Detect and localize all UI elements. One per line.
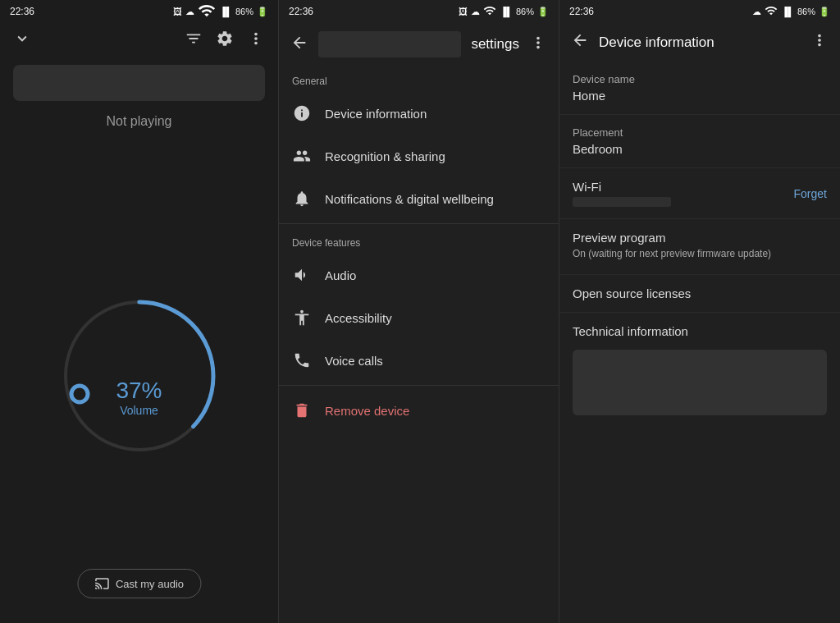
filter-icon[interactable]	[185, 30, 203, 52]
status-bar-1: 22:36 🖼 ☁ ▐▌ 86% 🔋	[0, 0, 278, 23]
device-name-label: Device name	[573, 73, 827, 85]
forget-button[interactable]: Forget	[794, 187, 827, 200]
wifi-value-blurred	[573, 197, 671, 207]
general-section-label: General	[279, 66, 559, 92]
status-icons-1: 🖼 ☁ ▐▌ 86% 🔋	[173, 2, 268, 21]
menu-item-recognition[interactable]: Recognition & sharing	[279, 135, 559, 177]
more-vert-icon-1[interactable]	[247, 30, 265, 52]
menu-item-remove[interactable]: Remove device	[279, 389, 559, 432]
delete-icon	[292, 401, 312, 420]
cast-button[interactable]: Cast my audio	[77, 569, 201, 598]
cloud-icon-2: ☁	[471, 7, 480, 17]
technical-info-title: Technical information	[559, 313, 840, 350]
back-button-2[interactable]	[290, 34, 308, 56]
more-vert-icon-3[interactable]	[810, 31, 829, 53]
preview-program-row[interactable]: Preview program On (waiting for next pre…	[559, 219, 840, 275]
cast-label: Cast my audio	[116, 578, 184, 590]
cloud-icon-3: ☁	[752, 7, 761, 17]
bell-icon	[292, 189, 312, 208]
menu-item-device-info[interactable]: Device information	[279, 92, 559, 135]
preview-program-value: On (waiting for next preview firmware up…	[573, 248, 827, 259]
device-info-title: Device information	[599, 34, 801, 51]
volume-container: 37% Volume	[0, 129, 278, 623]
time-2: 22:36	[289, 6, 313, 17]
status-bar-3: 22:36 ☁ ▐▌ 86% 🔋	[559, 0, 840, 23]
time-1: 22:36	[10, 6, 34, 17]
placement-row[interactable]: Placement Bedroom	[559, 115, 840, 168]
wifi-icon-1	[198, 2, 216, 21]
open-source-row[interactable]: Open source licenses	[559, 275, 840, 313]
phone-icon	[292, 350, 312, 370]
panel1-toolbar	[0, 23, 278, 58]
volume-icon	[292, 265, 312, 285]
settings-panel: 22:36 🖼 ☁ ▐▌ 86% 🔋 settings General Devi…	[279, 0, 559, 623]
battery-icon-1: 🔋	[257, 7, 268, 17]
menu-item-notifications[interactable]: Notifications & digital wellbeing	[279, 177, 559, 220]
status-bar-2: 22:36 🖼 ☁ ▐▌ 86% 🔋	[279, 0, 559, 23]
toolbar-left	[13, 30, 31, 52]
battery-icon-2: 🔋	[537, 7, 549, 17]
volume-display: 37% Volume	[116, 378, 162, 417]
blurred-media-bar	[13, 65, 265, 101]
remove-device-label: Remove device	[325, 404, 409, 418]
status-icons-3: ☁ ▐▌ 86% 🔋	[752, 4, 830, 19]
divider-1	[279, 223, 559, 224]
people-icon	[292, 146, 312, 166]
technical-info-blurred	[573, 350, 827, 415]
device-info-label: Device information	[325, 107, 427, 121]
cloud-icon: ☁	[185, 7, 194, 17]
voice-calls-label: Voice calls	[325, 354, 383, 368]
volume-circle[interactable]: 37% Volume	[49, 286, 230, 466]
placement-label: Placement	[573, 126, 827, 139]
time-3: 22:36	[569, 6, 594, 17]
svg-point-2	[71, 386, 88, 402]
wifi-label: Wi-Fi	[573, 180, 671, 194]
battery-2: 86%	[516, 7, 534, 16]
wifi-info: Wi-Fi	[573, 180, 671, 207]
device-info-panel: 22:36 ☁ ▐▌ 86% 🔋 Device information Devi…	[559, 0, 840, 623]
signal-icon-2: ▐▌	[500, 7, 513, 16]
more-vert-icon-2[interactable]	[529, 34, 547, 56]
blurred-app-title	[318, 31, 461, 57]
wifi-row[interactable]: Wi-Fi Forget	[559, 168, 840, 219]
menu-item-accessibility[interactable]: Accessibility	[279, 296, 559, 339]
preview-program-title: Preview program	[573, 231, 827, 245]
device-name-value: Home	[573, 89, 827, 103]
signal-icon-3: ▐▌	[781, 7, 794, 16]
photo-icon-2: 🖼	[459, 7, 468, 16]
volume-panel: 22:36 🖼 ☁ ▐▌ 86% 🔋	[0, 0, 279, 623]
volume-percent: 37%	[116, 378, 162, 404]
notifications-label: Notifications & digital wellbeing	[325, 192, 494, 206]
panel2-header: settings	[279, 23, 559, 66]
wifi-icon-2	[483, 4, 496, 19]
volume-label: Volume	[116, 404, 162, 417]
device-features-label: Device features	[279, 227, 559, 254]
wifi-icon-3	[765, 4, 778, 19]
accessibility-icon	[292, 308, 312, 328]
settings-title: settings	[471, 36, 519, 53]
accessibility-label: Accessibility	[325, 311, 392, 325]
audio-label: Audio	[325, 268, 356, 282]
settings-icon[interactable]	[216, 30, 234, 52]
chevron-down-icon[interactable]	[13, 30, 31, 52]
divider-2	[279, 385, 559, 386]
signal-icon-1: ▐▌	[219, 7, 232, 16]
battery-1: 86%	[235, 7, 253, 16]
battery-icon-3: 🔋	[819, 7, 830, 17]
info-icon	[292, 103, 312, 123]
panel3-header: Device information	[559, 23, 840, 62]
menu-item-voice[interactable]: Voice calls	[279, 339, 559, 382]
status-icons-2: 🖼 ☁ ▐▌ 86% 🔋	[459, 4, 549, 19]
recognition-label: Recognition & sharing	[325, 149, 445, 163]
placement-value: Bedroom	[573, 142, 827, 156]
not-playing-text: Not playing	[0, 114, 278, 129]
back-button-3[interactable]	[571, 31, 589, 53]
toolbar-right	[185, 30, 265, 52]
battery-3: 86%	[797, 7, 815, 16]
menu-item-audio[interactable]: Audio	[279, 254, 559, 296]
open-source-label: Open source licenses	[573, 286, 827, 300]
device-name-row[interactable]: Device name Home	[559, 62, 840, 115]
photo-icon: 🖼	[173, 7, 182, 16]
